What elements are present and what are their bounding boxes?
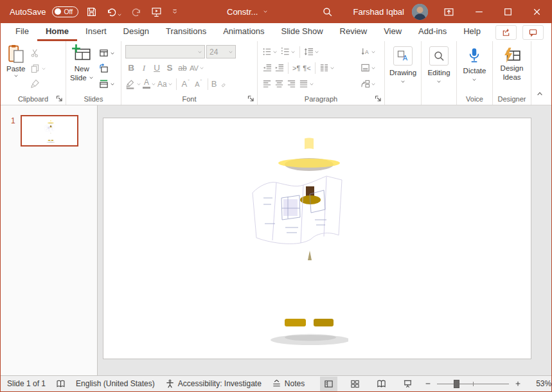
zoom-slider-handle[interactable] [454,380,459,388]
separator [315,62,316,74]
microphone-icon [467,47,482,65]
zoom-out-button[interactable] [422,377,434,391]
clear-formatting-button[interactable]: B [211,77,226,91]
change-case-button[interactable]: Aa [157,77,173,91]
tab-animations[interactable]: Animations [215,23,272,41]
align-text-button[interactable] [360,62,377,75]
align-left-button[interactable] [262,78,272,91]
tab-home[interactable]: Home [37,23,77,41]
increase-indent-button[interactable] [274,62,285,75]
font-color-button[interactable]: A [143,77,156,91]
font-size-combobox[interactable]: 24 [206,45,236,58]
clipboard-group: Paste Clipboard [1,41,66,105]
save-button[interactable] [85,4,98,20]
collapse-ribbon-button[interactable] [536,90,544,100]
left-to-right-button[interactable]: >¶ [292,62,301,75]
decrease-font-size-button[interactable]: Aˇ [193,77,204,91]
user-avatar[interactable] [412,4,428,20]
tab-help[interactable]: Help [455,23,489,41]
convert-to-smartart-button[interactable] [360,78,377,91]
zoom-percentage[interactable]: 53% [527,379,551,388]
share-icon [501,28,511,37]
slide-canvas[interactable] [103,118,531,359]
notes-label: Notes [285,379,305,388]
character-spacing-button[interactable]: AV [190,61,204,75]
clipboard-dialog-launcher[interactable] [55,94,63,102]
strikethrough-button[interactable]: ab [177,61,188,75]
align-right-button[interactable] [286,78,297,91]
zoom-slider[interactable] [437,379,509,389]
redo-button[interactable] [130,4,143,20]
tab-review[interactable]: Review [332,23,376,41]
cut-button[interactable] [29,46,48,60]
editing-canvas[interactable] [98,105,551,375]
chevron-down-icon [41,66,46,71]
underline-button[interactable]: U [151,61,163,75]
share-button[interactable] [495,25,517,40]
zoom-in-button[interactable] [512,377,524,391]
construction-worker-figure[interactable] [248,127,348,349]
autosave-toggle[interactable]: Off [52,6,78,17]
reset-slide-button[interactable] [98,62,116,75]
search-button[interactable] [321,4,334,20]
voice-group-label: Voice [457,95,492,103]
columns-button[interactable] [319,62,335,75]
comments-button[interactable] [522,25,544,40]
maximize-button[interactable] [494,0,522,23]
editing-button[interactable]: Editing [427,44,450,105]
dictate-label: Dictate [463,66,486,75]
bold-button[interactable]: B [125,61,137,75]
format-painter-button[interactable] [29,77,48,91]
normal-view-button[interactable] [320,377,337,391]
line-spacing-button[interactable] [303,46,320,58]
tab-transitions[interactable]: Transitions [157,23,215,41]
font-dialog-launcher[interactable] [247,94,254,102]
tab-add-ins[interactable]: Add-ins [410,23,455,41]
align-center-button[interactable] [274,78,285,91]
highlighter-icon [125,79,136,89]
paste-label: Paste [6,64,25,73]
tab-row-actions [495,23,551,41]
numbering-button[interactable] [280,46,296,58]
copy-button[interactable] [29,62,48,75]
language-indicator[interactable]: English (United States) [76,379,155,388]
text-shadow-button[interactable]: S [164,61,175,75]
tab-file[interactable]: File [7,23,37,41]
tab-slide-show[interactable]: Slide Show [272,23,331,41]
reading-view-button[interactable] [373,377,390,391]
decrease-indent-button[interactable] [262,62,272,75]
undo-button[interactable] [105,4,123,20]
tab-view[interactable]: View [375,23,410,41]
ribbon-display-options-button[interactable] [442,4,456,20]
customize-quick-access-button[interactable] [170,5,180,18]
bullets-button[interactable] [262,46,278,58]
justify-button[interactable] [298,78,315,91]
minus-icon [424,380,432,388]
slide-1-thumbnail[interactable] [21,115,78,147]
slide-layout-button[interactable] [98,46,116,60]
chevron-down-icon [168,82,173,87]
slide-show-button[interactable] [399,377,416,391]
start-from-beginning-button[interactable] [150,4,163,20]
minimize-button[interactable] [465,0,494,23]
slide-indicator[interactable]: Slide 1 of 1 [7,379,46,388]
accessibility-checker[interactable]: Accessibility: Investigate [165,379,262,389]
right-to-left-button[interactable]: ¶< [302,62,311,75]
paragraph-dialog-launcher[interactable] [374,94,382,102]
tab-insert[interactable]: Insert [77,23,115,41]
italic-button[interactable]: I [138,61,150,75]
font-name-combobox[interactable] [125,45,205,58]
text-highlight-button[interactable] [125,77,141,91]
align-right-icon [287,79,296,89]
section-button[interactable] [98,77,116,91]
close-button[interactable] [522,0,551,23]
text-direction-button[interactable] [360,46,377,58]
document-title[interactable]: Constr... [227,0,268,23]
line-spacing-icon [304,47,314,57]
increase-font-size-button[interactable]: Aˆ [180,77,191,91]
notes-button[interactable]: Notes [272,379,305,389]
slide-sorter-view-button[interactable] [346,377,364,391]
spell-check-button[interactable] [56,379,66,389]
tab-design[interactable]: Design [115,23,157,41]
drawing-button[interactable]: Drawing [389,44,416,105]
